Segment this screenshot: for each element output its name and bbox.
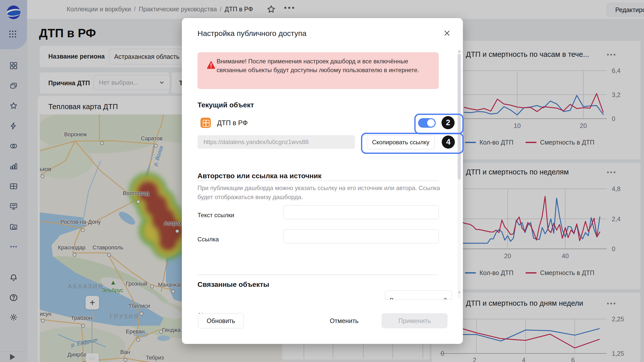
current-object-heading: Текущий объект bbox=[197, 101, 254, 109]
authorship-description: При публикации дашборда можно указать сс… bbox=[197, 184, 444, 202]
link-text-label: Текст ссылки bbox=[197, 212, 234, 219]
scroll-up-icon[interactable] bbox=[458, 50, 461, 52]
current-object-name: ДТП в РФ bbox=[217, 119, 248, 127]
linked-select-partial-right: й bbox=[444, 297, 447, 300]
apply-button-disabled[interactable]: Применить bbox=[382, 313, 448, 328]
public-url-value: https://datalens.yandex/lu0cgnz1wvs88 bbox=[204, 139, 309, 146]
divider bbox=[197, 275, 439, 275]
link-url-label: Ссылка bbox=[197, 236, 219, 243]
linked-objects-select[interactable]: В й bbox=[385, 291, 452, 300]
warning-text: Внимание! После применения настроек дашб… bbox=[217, 57, 425, 74]
public-url-field[interactable]: https://datalens.yandex/lu0cgnz1wvs88 bbox=[197, 135, 355, 149]
public-access-modal: Настройка публичного доступа Внимание! П… bbox=[182, 18, 463, 344]
annotation-badge-2: 2 bbox=[441, 116, 455, 129]
update-button[interactable]: Обновить bbox=[198, 313, 244, 328]
link-url-input[interactable] bbox=[284, 229, 439, 243]
annotation-outline-toggle bbox=[414, 114, 464, 134]
annotation-badge-4: 4 bbox=[442, 135, 455, 149]
authorship-heading: Авторство или ссылка на источник bbox=[197, 172, 321, 180]
scroll-down-icon[interactable] bbox=[458, 292, 461, 294]
link-text-input[interactable] bbox=[284, 205, 439, 219]
modal-title: Настройка публичного доступа bbox=[197, 29, 306, 38]
linked-objects-heading: Связанные объекты bbox=[197, 281, 269, 289]
cancel-button[interactable]: Отменить bbox=[325, 313, 363, 328]
divider bbox=[197, 180, 439, 181]
close-icon[interactable] bbox=[441, 27, 453, 39]
dashboard-object-icon bbox=[200, 118, 211, 128]
linked-select-partial-left: В bbox=[390, 297, 394, 300]
warning-icon bbox=[206, 60, 216, 69]
